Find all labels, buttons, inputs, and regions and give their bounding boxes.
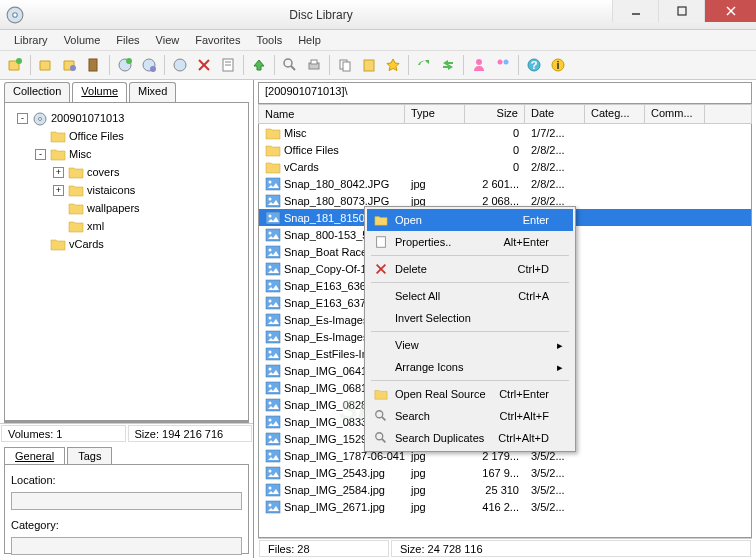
up-button[interactable] [248,54,270,76]
print-button[interactable] [303,54,325,76]
svg-rect-41 [266,229,280,241]
context-menu-item[interactable]: Search DuplicatesCtrl+Alt+D [367,427,573,449]
tree-item[interactable]: vCards [9,235,244,253]
menu-favorites[interactable]: Favorites [187,32,248,48]
file-name: Snap_EstFiles-Im [284,348,371,360]
bottom-tab-tags[interactable]: Tags [67,447,112,464]
context-menu-item[interactable]: Properties..Alt+Enter [367,231,573,253]
about-button[interactable]: i [547,54,569,76]
menu-bar: LibraryVolumeFilesViewFavoritesToolsHelp [0,30,756,50]
column-header[interactable]: Name [259,105,405,123]
svg-line-20 [291,66,295,70]
file-name: Snap_IMG_2671.jpg [284,501,385,513]
table-row[interactable]: Office Files02/8/2... [259,141,751,158]
tree-item[interactable]: wallpapers [9,199,244,217]
img-icon [265,415,281,429]
refresh-button[interactable] [413,54,435,76]
table-row[interactable]: vCards02/8/2... [259,158,751,175]
context-menu-item[interactable]: View▸ [367,334,573,356]
menu-help[interactable]: Help [290,32,329,48]
svg-rect-51 [266,314,280,326]
context-menu-item[interactable]: Open Real SourceCtrl+Enter [367,383,573,405]
menu-files[interactable]: Files [108,32,147,48]
path-bar[interactable]: [200901071013]\ [258,82,752,104]
disc-settings-button[interactable] [138,54,160,76]
new-library-button[interactable] [4,54,26,76]
tree-expander[interactable]: + [53,167,64,178]
book-button[interactable] [83,54,105,76]
context-menu-item[interactable]: SearchCtrl+Alt+F [367,405,573,427]
column-header[interactable]: Comm... [645,105,705,123]
properties-button[interactable] [217,54,239,76]
copy-button[interactable] [334,54,356,76]
context-menu-item[interactable]: Select AllCtrl+A [367,285,573,307]
search-button[interactable] [279,54,301,76]
open-volume-button[interactable] [35,54,57,76]
svg-point-26 [476,59,482,65]
svg-rect-69 [266,467,280,479]
location-field[interactable] [11,492,242,510]
search-icon [371,431,391,445]
tab-volume[interactable]: Volume [72,82,127,102]
svg-point-52 [269,316,272,319]
delete-button[interactable] [193,54,215,76]
refresh-disc-button[interactable] [169,54,191,76]
user-button[interactable] [468,54,490,76]
tree-expander[interactable]: - [17,113,28,124]
help-button[interactable]: ? [523,54,545,76]
folder-icon [265,143,281,157]
column-header[interactable]: Date [525,105,585,123]
tab-mixed[interactable]: Mixed [129,82,176,102]
favorite-button[interactable] [382,54,404,76]
table-row[interactable]: Snap_IMG_2584.jpgjpg25 3103/5/2... [259,481,751,498]
add-disc-button[interactable] [114,54,136,76]
tree-expander[interactable]: + [53,185,64,196]
menu-volume[interactable]: Volume [56,32,109,48]
context-menu[interactable]: OpenEnterProperties..Alt+EnterDeleteCtrl… [364,206,576,452]
tree-item[interactable]: +covers [9,163,244,181]
table-row[interactable]: Snap_IMG_2671.jpgjpg416 2...3/5/2... [259,498,751,515]
file-date: 3/5/2... [525,467,585,479]
maximize-button[interactable] [658,0,704,22]
tree-item[interactable]: -Misc [9,145,244,163]
context-menu-item[interactable]: OpenEnter [367,209,573,231]
tree-item[interactable]: +vistaicons [9,181,244,199]
column-header[interactable]: Categ... [585,105,645,123]
paste-button[interactable] [358,54,380,76]
bottom-tab-general[interactable]: General [4,447,65,464]
context-menu-item[interactable]: Invert Selection [367,307,573,329]
table-row[interactable]: Snap_IMG_2543.jpgjpg167 9...3/5/2... [259,464,751,481]
file-name: Snap_IMG_0681 [284,382,367,394]
menu-label: Delete [391,263,518,275]
menu-view[interactable]: View [148,32,188,48]
table-row[interactable]: Snap_180_8042.JPGjpg2 601...2/8/2... [259,175,751,192]
svg-point-36 [269,180,272,183]
sync-button[interactable] [437,54,459,76]
volume-tree[interactable]: -200901071013Office Files-Misc+covers+vi… [5,103,248,422]
context-menu-item[interactable]: DeleteCtrl+D [367,258,573,280]
volumes-size: Size: 194 216 716 [128,425,253,442]
menu-tools[interactable]: Tools [248,32,290,48]
tree-item[interactable]: xml [9,217,244,235]
tab-collection[interactable]: Collection [4,82,70,102]
tree-expander[interactable]: - [35,149,46,160]
users-button[interactable] [492,54,514,76]
svg-rect-8 [89,59,97,71]
column-header[interactable]: Type [405,105,465,123]
column-header[interactable]: Size [465,105,525,123]
file-name: Office Files [284,144,339,156]
tree-label: xml [87,220,104,232]
folder-settings-button[interactable] [59,54,81,76]
category-field[interactable] [11,537,242,555]
svg-point-74 [269,503,272,506]
context-menu-item[interactable]: Arrange Icons▸ [367,356,573,378]
close-button[interactable] [704,0,756,22]
menu-separator [371,282,569,283]
minimize-button[interactable] [612,0,658,22]
tree-item[interactable]: -200901071013 [9,109,244,127]
menu-library[interactable]: Library [6,32,56,48]
svg-rect-35 [266,178,280,190]
table-row[interactable]: Misc01/7/2... [259,124,751,141]
tree-item[interactable]: Office Files [9,127,244,145]
img-icon [265,330,281,344]
